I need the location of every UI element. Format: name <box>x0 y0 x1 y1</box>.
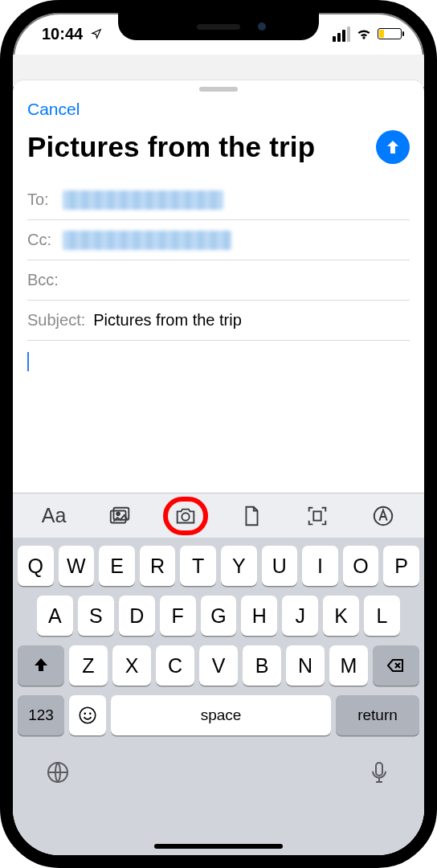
key-b[interactable]: B <box>243 645 281 686</box>
key-g[interactable]: G <box>201 596 237 636</box>
return-key[interactable]: return <box>336 695 419 735</box>
svg-point-7 <box>84 713 86 715</box>
key-l[interactable]: L <box>364 596 400 636</box>
key-o[interactable]: O <box>343 546 379 586</box>
subject-field[interactable]: Subject: Pictures from the trip <box>27 301 410 341</box>
subject-value: Pictures from the trip <box>93 311 242 330</box>
attach-file-button[interactable] <box>227 500 276 532</box>
bcc-field[interactable]: Bcc: <box>27 260 410 301</box>
status-time: 10:44 <box>42 25 83 43</box>
svg-point-2 <box>116 512 120 515</box>
key-i[interactable]: I <box>302 546 338 586</box>
key-d[interactable]: D <box>119 596 155 636</box>
battery-icon <box>378 28 402 39</box>
scan-icon <box>305 504 329 528</box>
send-button[interactable] <box>376 130 410 164</box>
markup-button[interactable] <box>359 500 407 532</box>
home-indicator[interactable] <box>154 844 283 849</box>
key-v[interactable]: V <box>199 645 238 686</box>
key-x[interactable]: X <box>112 645 151 686</box>
keyboard-toolbar: Aa <box>13 493 424 538</box>
cc-label: Cc: <box>27 231 55 249</box>
svg-rect-10 <box>376 763 382 776</box>
space-key[interactable]: space <box>111 695 331 735</box>
svg-point-3 <box>182 513 189 520</box>
key-e[interactable]: E <box>99 546 135 586</box>
shift-key[interactable] <box>18 645 64 686</box>
location-arrow-icon <box>91 25 102 43</box>
message-body[interactable] <box>13 341 424 383</box>
bcc-label: Bcc: <box>27 271 59 289</box>
wifi-icon <box>356 26 372 42</box>
keyboard: Q W E R T Y U I O P A S D F G H J K L <box>13 538 424 855</box>
key-c[interactable]: C <box>156 645 194 686</box>
dictation-icon[interactable] <box>366 760 392 785</box>
keyboard-row-2: A S D F G H J K L <box>18 596 419 636</box>
key-p[interactable]: P <box>383 546 419 586</box>
key-z[interactable]: Z <box>69 645 108 686</box>
svg-point-8 <box>89 713 92 715</box>
keyboard-row-3: Z X C V B N M <box>18 645 419 686</box>
keyboard-row-4: 123 space return <box>18 695 419 735</box>
key-s[interactable]: S <box>78 596 114 636</box>
text-cursor <box>27 352 29 371</box>
key-r[interactable]: R <box>140 546 176 586</box>
backspace-key[interactable] <box>373 645 419 686</box>
key-n[interactable]: N <box>286 645 325 686</box>
markup-icon <box>371 504 395 528</box>
backspace-icon <box>386 656 406 675</box>
key-y[interactable]: Y <box>221 546 257 586</box>
key-k[interactable]: K <box>323 596 359 636</box>
notch <box>118 13 319 40</box>
scan-document-button[interactable] <box>293 500 341 532</box>
shift-icon <box>31 656 51 675</box>
camera-icon <box>174 504 198 528</box>
key-q[interactable]: Q <box>18 546 54 586</box>
iphone-frame: 10:44 Cancel Pictures from the trip To: <box>0 0 437 868</box>
key-m[interactable]: M <box>329 645 368 686</box>
cancel-button[interactable]: Cancel <box>27 100 80 119</box>
photo-library-icon <box>108 504 132 528</box>
svg-point-6 <box>80 707 96 723</box>
key-a[interactable]: A <box>37 596 73 636</box>
format-text-button[interactable]: Aa <box>30 500 78 532</box>
numbers-key[interactable]: 123 <box>18 695 64 735</box>
key-j[interactable]: J <box>282 596 318 636</box>
compose-sheet: Cancel Pictures from the trip To: Cc: Bc… <box>13 80 424 855</box>
emoji-key[interactable] <box>69 695 106 735</box>
arrow-up-icon <box>383 137 402 157</box>
cc-field[interactable]: Cc: <box>27 220 410 260</box>
emoji-icon <box>77 705 98 726</box>
to-value-redacted <box>63 190 223 210</box>
subject-label: Subject: <box>27 311 85 330</box>
key-f[interactable]: F <box>160 596 196 636</box>
compose-title: Pictures from the trip <box>27 131 366 163</box>
camera-button[interactable] <box>161 500 210 532</box>
to-field[interactable]: To: <box>27 180 410 220</box>
globe-icon[interactable] <box>45 760 71 785</box>
key-h[interactable]: H <box>241 596 277 636</box>
key-t[interactable]: T <box>180 546 216 586</box>
keyboard-row-1: Q W E R T Y U I O P <box>18 546 419 586</box>
keyboard-footer <box>18 745 419 790</box>
key-w[interactable]: W <box>59 546 95 586</box>
svg-rect-4 <box>313 511 321 520</box>
photo-library-button[interactable] <box>96 500 144 532</box>
document-icon <box>239 504 263 528</box>
cc-value-redacted <box>63 231 231 250</box>
to-label: To: <box>27 190 55 209</box>
cellular-icon <box>333 27 350 42</box>
key-u[interactable]: U <box>262 546 298 586</box>
